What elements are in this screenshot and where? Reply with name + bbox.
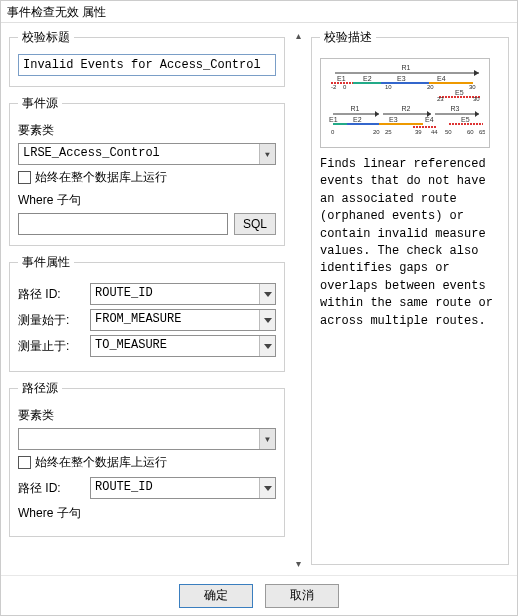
svg-text:E4: E4 [437, 75, 446, 82]
legend-event-source: 事件源 [18, 95, 62, 112]
check-title-input[interactable] [18, 54, 276, 76]
svg-text:E1: E1 [329, 116, 338, 123]
dropdown-icon[interactable] [259, 310, 275, 330]
group-event-attributes: 事件属性 路径 ID: ROUTE_ID 测量始于: FROM_MEASUR [9, 254, 285, 372]
where-input[interactable] [18, 213, 228, 235]
svg-text:R2: R2 [402, 105, 411, 112]
svg-text:R1: R1 [402, 64, 411, 71]
ok-button[interactable]: 确定 [179, 584, 253, 608]
svg-text:10: 10 [385, 84, 392, 90]
description-text: Finds linear referenced events that do n… [320, 156, 500, 330]
svg-text:23: 23 [437, 96, 444, 101]
route-source-route-id-label: 路径 ID: [18, 480, 90, 497]
diagram-bottom: R1 R2 R3 E1 E2 E3 E4 E5 [327, 104, 485, 144]
from-measure-combo[interactable]: FROM_MEASURE [90, 309, 276, 331]
scroll-column: ▴ ▾ [289, 23, 307, 575]
route-always-run-row[interactable]: 始终在整个数据库上运行 [18, 454, 276, 471]
legend-event-attributes: 事件属性 [18, 254, 74, 271]
svg-text:E3: E3 [389, 116, 398, 123]
svg-marker-28 [375, 111, 379, 117]
svg-text:39: 39 [415, 129, 422, 135]
cancel-button[interactable]: 取消 [265, 584, 339, 608]
svg-text:30: 30 [469, 84, 476, 90]
svg-text:E5: E5 [461, 116, 470, 123]
svg-text:25: 25 [385, 129, 392, 135]
route-id-combo[interactable]: ROUTE_ID [90, 283, 276, 305]
svg-marker-2 [264, 344, 272, 349]
to-measure-value: TO_MEASURE [91, 336, 259, 356]
svg-text:20: 20 [427, 84, 434, 90]
diagram-top: R1 -20 102030 E1 E2 E3 E4 [327, 63, 485, 101]
element-class-label: 要素类 [18, 122, 276, 139]
to-measure-combo[interactable]: TO_MEASURE [90, 335, 276, 357]
svg-text:E4: E4 [425, 116, 434, 123]
svg-marker-0 [264, 292, 272, 297]
svg-marker-6 [474, 70, 479, 76]
group-route-source: 路径源 要素类 ▼ 始终在整个数据库上运行 路径 ID: ROUTE_ID [9, 380, 285, 537]
sql-button[interactable]: SQL [234, 213, 276, 235]
from-measure-label: 测量始于: [18, 312, 90, 329]
svg-text:0: 0 [331, 129, 335, 135]
title-bar: 事件检查无效 属性 [1, 1, 517, 23]
route-source-route-id-combo[interactable]: ROUTE_ID [90, 477, 276, 499]
left-pane: 校验标题 事件源 要素类 LRSE_Access_Control ▼ 始终在整个… [1, 23, 289, 575]
svg-text:E1: E1 [337, 75, 346, 82]
svg-text:30: 30 [473, 96, 480, 101]
svg-text:E5: E5 [455, 89, 464, 96]
from-measure-value: FROM_MEASURE [91, 310, 259, 330]
scroll-down-icon[interactable]: ▾ [291, 557, 305, 571]
svg-text:60: 60 [467, 129, 474, 135]
legend-check-title: 校验标题 [18, 29, 74, 46]
route-where-label: Where 子句 [18, 505, 276, 522]
group-event-source: 事件源 要素类 LRSE_Access_Control ▼ 始终在整个数据库上运… [9, 95, 285, 246]
svg-text:-2: -2 [331, 84, 337, 90]
svg-text:E3: E3 [397, 75, 406, 82]
svg-text:44: 44 [431, 129, 438, 135]
dropdown-icon[interactable] [259, 284, 275, 304]
dropdown-icon[interactable]: ▼ [259, 144, 275, 164]
dropdown-icon[interactable]: ▼ [259, 429, 275, 449]
content-area: 校验标题 事件源 要素类 LRSE_Access_Control ▼ 始终在整个… [1, 23, 517, 575]
route-id-value: ROUTE_ID [91, 284, 259, 304]
route-element-class-label: 要素类 [18, 407, 276, 424]
svg-text:50: 50 [445, 129, 452, 135]
route-element-class-combo[interactable]: ▼ [18, 428, 276, 450]
svg-text:R1: R1 [351, 105, 360, 112]
svg-text:20: 20 [373, 129, 380, 135]
window-title: 事件检查无效 属性 [7, 5, 106, 19]
svg-marker-32 [475, 111, 479, 117]
route-element-class-value [19, 429, 259, 449]
svg-text:65: 65 [479, 129, 485, 135]
legend-description: 校验描述 [320, 29, 376, 46]
svg-marker-3 [264, 486, 272, 491]
svg-text:E2: E2 [353, 116, 362, 123]
where-label: Where 子句 [18, 192, 276, 209]
svg-text:R3: R3 [451, 105, 460, 112]
group-description: 校验描述 R1 -20 102030 E1 E2 E3 [311, 29, 509, 565]
dialog-window: 事件检查无效 属性 校验标题 事件源 要素类 LRSE_Access_Contr… [0, 0, 518, 616]
always-run-checkbox[interactable] [18, 171, 31, 184]
svg-text:E2: E2 [363, 75, 372, 82]
route-always-run-checkbox[interactable] [18, 456, 31, 469]
dropdown-icon[interactable] [259, 336, 275, 356]
svg-marker-1 [264, 318, 272, 323]
dialog-footer: 确定 取消 [1, 575, 517, 615]
right-pane: 校验描述 R1 -20 102030 E1 E2 E3 [307, 23, 517, 575]
route-source-route-id-value: ROUTE_ID [91, 478, 259, 498]
description-diagram: R1 -20 102030 E1 E2 E3 E4 [320, 58, 490, 148]
element-class-combo[interactable]: LRSE_Access_Control ▼ [18, 143, 276, 165]
svg-text:0: 0 [343, 84, 347, 90]
legend-route-source: 路径源 [18, 380, 62, 397]
dropdown-icon[interactable] [259, 478, 275, 498]
route-always-run-label: 始终在整个数据库上运行 [35, 454, 167, 471]
group-check-title: 校验标题 [9, 29, 285, 87]
to-measure-label: 测量止于: [18, 338, 90, 355]
always-run-row[interactable]: 始终在整个数据库上运行 [18, 169, 276, 186]
element-class-value: LRSE_Access_Control [19, 144, 259, 164]
always-run-label: 始终在整个数据库上运行 [35, 169, 167, 186]
scroll-up-icon[interactable]: ▴ [291, 29, 305, 43]
route-id-label: 路径 ID: [18, 286, 90, 303]
